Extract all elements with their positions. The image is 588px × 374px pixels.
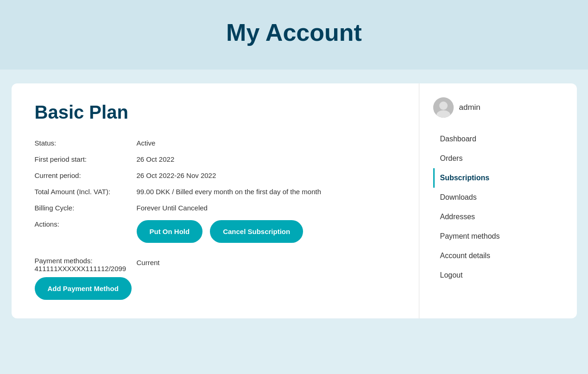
sidebar-nav-item-addresses[interactable]: Addresses (433, 207, 563, 227)
sidebar-nav-item-orders[interactable]: Orders (433, 149, 563, 168)
sidebar-nav-item-subscriptions[interactable]: Subscriptions (433, 168, 563, 188)
username: admin (459, 103, 481, 112)
payment-section: Payment methods: 411111XXXXXX111112/2099… (35, 257, 396, 300)
payment-card-id: 411111XXXXXX111112/2099 (35, 265, 137, 273)
current-period-value: 26 Oct 2022-26 Nov 2022 (137, 171, 396, 179)
sidebar-nav: DashboardOrdersSubscriptionsDownloadsAdd… (433, 129, 563, 285)
page-header: My Account (0, 0, 588, 70)
payment-methods-label: Payment methods: (35, 257, 137, 265)
current-period-label: Current period: (35, 171, 137, 179)
plan-info-table: Status: Active First period start: 26 Oc… (35, 139, 396, 243)
content-card: Basic Plan Status: Active First period s… (12, 83, 577, 318)
left-panel: Basic Plan Status: Active First period s… (12, 83, 419, 318)
sidebar-nav-item-logout[interactable]: Logout (433, 266, 563, 285)
payment-info-row: Payment methods: 411111XXXXXX111112/2099… (35, 257, 396, 273)
avatar (433, 97, 454, 118)
right-panel: admin DashboardOrdersSubscriptionsDownlo… (419, 83, 577, 318)
sidebar-nav-item-downloads[interactable]: Downloads (433, 188, 563, 207)
status-value: Active (137, 139, 396, 147)
payment-current: Current (137, 257, 396, 273)
payment-methods-left: Payment methods: 411111XXXXXX111112/2099 (35, 257, 137, 273)
sidebar-nav-item-dashboard[interactable]: Dashboard (433, 129, 563, 149)
svg-point-1 (439, 101, 448, 110)
main-content: Basic Plan Status: Active First period s… (0, 70, 588, 337)
actions-label: Actions: (35, 220, 137, 243)
add-payment-method-button[interactable]: Add Payment Method (35, 277, 132, 300)
first-period-value: 26 Oct 2022 (137, 155, 396, 163)
status-label: Status: (35, 139, 137, 147)
total-amount-value: 99.00 DKK / Billed every month on the fi… (137, 188, 396, 196)
sidebar-nav-item-payment-methods[interactable]: Payment methods (433, 227, 563, 246)
first-period-label: First period start: (35, 155, 137, 163)
total-amount-label: Total Amount (Incl. VAT): (35, 188, 137, 196)
page-title: My Account (9, 19, 579, 46)
billing-cycle-value: Forever Until Canceled (137, 204, 396, 212)
actions-row: Put On Hold Cancel Subscription (137, 220, 396, 243)
sidebar-nav-item-account-details[interactable]: Account details (433, 246, 563, 266)
cancel-subscription-button[interactable]: Cancel Subscription (210, 220, 303, 243)
plan-title: Basic Plan (35, 102, 396, 123)
user-info: admin (433, 97, 563, 118)
billing-cycle-label: Billing Cycle: (35, 204, 137, 212)
put-on-hold-button[interactable]: Put On Hold (137, 220, 203, 243)
